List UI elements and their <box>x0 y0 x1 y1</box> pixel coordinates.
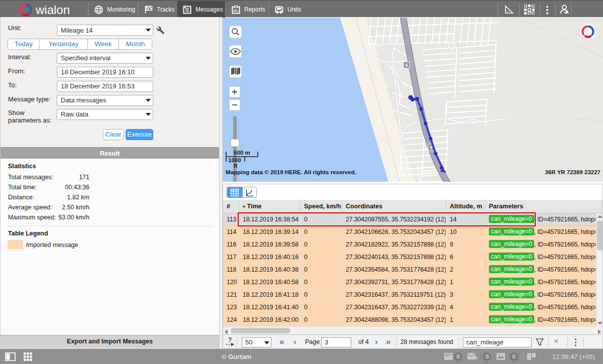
svg-text:36R YR 72389 23227: 36R YR 72389 23227 <box>545 169 600 175</box>
svg-text:Mapping data © 2019 HERE. All: Mapping data © 2019 HERE. All rights res… <box>226 169 356 175</box>
svg-text:5: 5 <box>405 63 408 68</box>
svg-text:ft: ft <box>234 163 238 169</box>
svg-text:500 m: 500 m <box>234 150 250 156</box>
